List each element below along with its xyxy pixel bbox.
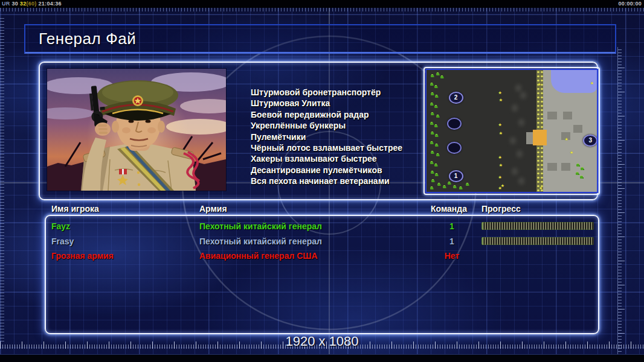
statusbar-segment: 30 bbox=[11, 1, 19, 7]
abilities-list: Штурмовой бронетранспортёрШтурмовая Улит… bbox=[251, 87, 402, 187]
minimap-start-marker: 1 bbox=[449, 170, 463, 182]
player-team: 1 bbox=[426, 237, 478, 246]
minimap-unit-icon bbox=[435, 135, 438, 137]
player-progress-bar bbox=[481, 237, 594, 245]
loading-screen: UR 30 32(60) 21:04:36 00:00:00 Генерал Ф… bbox=[0, 0, 644, 362]
column-header-team: Команда bbox=[431, 204, 467, 214]
ability-item: Пулемётчики bbox=[251, 132, 402, 142]
minimap-building bbox=[561, 163, 571, 171]
minimap-unit-icon bbox=[430, 83, 433, 86]
statusbar-segment: (60) bbox=[26, 1, 38, 7]
minimap-star-icon: ★ bbox=[498, 175, 501, 179]
ability-item: Штурмовая Улитка bbox=[251, 98, 402, 109]
status-bar: UR 30 32(60) 21:04:36 00:00:00 bbox=[0, 0, 644, 8]
progress-fill bbox=[481, 222, 594, 230]
minimap-unit-icon bbox=[430, 162, 433, 164]
minimap-smudge bbox=[518, 177, 524, 185]
minimap-unit-icon bbox=[431, 171, 434, 174]
minimap-unit-icon bbox=[430, 122, 433, 125]
column-header-army: Армия bbox=[199, 204, 227, 214]
minimap-unit-icon bbox=[459, 187, 462, 189]
left-ruler bbox=[0, 16, 4, 341]
ability-item: Штурмовой бронетранспортёр bbox=[251, 87, 402, 98]
player-row: FayzПехотный китайский генерал1 bbox=[45, 220, 597, 234]
minimap-star-icon: ★ bbox=[499, 163, 503, 167]
minimap-smudge bbox=[512, 168, 518, 175]
minimap-unit-icon bbox=[434, 106, 437, 108]
minimap-unit-icon bbox=[431, 132, 434, 135]
player-row: Грозная армияАвиационный генерал СШАНет bbox=[45, 249, 597, 264]
minimap-unit-icon bbox=[430, 187, 433, 189]
player-army: Авиационный генерал США bbox=[199, 251, 318, 261]
right-ruler bbox=[617, 47, 625, 358]
minimap-smudge bbox=[518, 119, 524, 126]
column-header-player-name: Имя игрока bbox=[51, 204, 99, 214]
player-army: Пехотный китайский генерал bbox=[199, 221, 322, 231]
minimap-unit-icon bbox=[431, 113, 434, 115]
ability-item: Вся пехота начинает ветеранами bbox=[251, 176, 402, 186]
minimap-star-icon: ★ bbox=[590, 81, 594, 85]
minimap-star-icon: ★ bbox=[537, 82, 541, 86]
player-name: Fayz bbox=[51, 221, 70, 231]
minimap-smudge bbox=[510, 137, 516, 144]
minimap-unit-icon bbox=[576, 164, 579, 167]
minimap-unit-icon bbox=[435, 144, 438, 147]
minimap-unit-icon bbox=[435, 95, 438, 98]
minimap-unit-icon bbox=[430, 142, 433, 144]
minimap-start-marker bbox=[447, 142, 462, 154]
minimap-unit-icon bbox=[436, 115, 439, 118]
minimap-start-marker: 2 bbox=[449, 92, 463, 104]
minimap-star-icon: ★ bbox=[564, 137, 568, 141]
minimap-unit-icon bbox=[581, 168, 584, 170]
player-list: FayzПехотный китайский генерал1FrasyПехо… bbox=[45, 216, 597, 331]
player-progress-bar bbox=[481, 222, 594, 230]
minimap-unit-icon bbox=[436, 73, 439, 75]
minimap-smudge bbox=[512, 104, 518, 112]
minimap-unit-icon bbox=[437, 183, 440, 186]
minimap-building bbox=[563, 112, 573, 119]
minimap-content: ★★★★★★★★★★★★★★213 bbox=[425, 69, 598, 193]
minimap-unit-icon bbox=[580, 176, 583, 179]
match-timer: 00:00:00 bbox=[619, 0, 642, 8]
bottom-bar bbox=[0, 354, 644, 362]
minimap-building bbox=[547, 112, 557, 119]
minimap-structure-orange bbox=[533, 130, 547, 145]
minimap-unit-icon bbox=[431, 180, 434, 182]
minimap-star-icon: ★ bbox=[499, 98, 503, 102]
minimap-star-icon: ★ bbox=[498, 122, 501, 127]
minimap-frame: ★★★★★★★★★★★★★★213 bbox=[423, 67, 600, 195]
minimap-unit-icon bbox=[435, 174, 438, 176]
minimap-unit-icon bbox=[576, 173, 579, 175]
minimap-star-icon: ★ bbox=[498, 155, 501, 159]
player-army: Пехотный китайский генерал bbox=[199, 237, 322, 246]
minimap-star-icon: ★ bbox=[539, 186, 543, 190]
minimap-unit-icon bbox=[440, 76, 443, 78]
statusbar-segment: 21:04:36 bbox=[38, 1, 61, 7]
minimap-unit-icon bbox=[430, 103, 433, 106]
ability-item: Хакеры взламывают быстрее bbox=[251, 153, 402, 164]
minimap-start-marker bbox=[447, 118, 462, 130]
player-name: Грозная армия bbox=[51, 251, 114, 261]
ability-item: Чёрный лотос взламывает быстрее bbox=[251, 142, 402, 153]
minimap-unit-icon bbox=[443, 186, 446, 188]
minimap-building bbox=[547, 163, 557, 171]
resolution-label: 1920 x 1080 bbox=[0, 334, 644, 349]
statusbar-segment: 32 bbox=[20, 1, 27, 7]
column-header-progress: Прогресс bbox=[481, 204, 521, 214]
minimap-unit-icon bbox=[431, 151, 434, 154]
minimap-unit-icon bbox=[431, 93, 434, 95]
statusbar-left: UR 30 32(60) 21:04:36 bbox=[2, 0, 62, 8]
minimap-unit-icon bbox=[434, 164, 437, 167]
minimap-star-icon: ★ bbox=[498, 186, 501, 190]
player-team: 1 bbox=[426, 221, 478, 231]
minimap-smudge bbox=[517, 150, 523, 157]
minimap-building bbox=[573, 125, 583, 133]
top-ruler bbox=[0, 8, 644, 11]
minimap-star-icon: ★ bbox=[498, 91, 501, 95]
page-title: Генерал Фай bbox=[39, 30, 136, 48]
statusbar-segment: UR bbox=[2, 1, 11, 7]
minimap-unit-icon bbox=[434, 86, 437, 88]
title-panel: Генерал Фай bbox=[24, 24, 616, 54]
progress-fill bbox=[481, 237, 594, 245]
ability-item: Десантирование пулемётчиков bbox=[251, 165, 402, 176]
